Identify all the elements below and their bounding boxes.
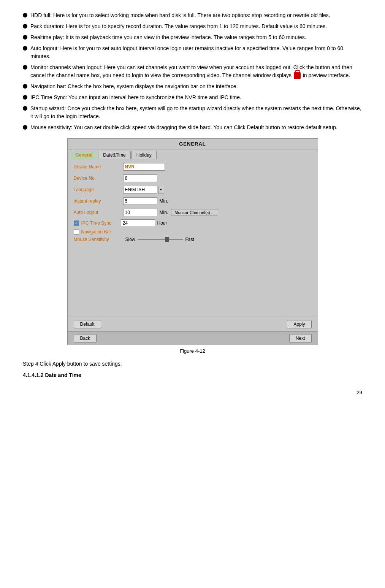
list-item: Mouse sensitivity: You can set double cl… xyxy=(23,124,362,132)
bullet-dot xyxy=(23,46,27,51)
list-item: Monitor channels when logout: Here you c… xyxy=(23,63,362,79)
bullet-list: HDD full: Here is for you to select work… xyxy=(23,11,362,132)
bullet-text: Mouse sensitivity: You can set double cl… xyxy=(30,124,362,132)
device-name-label: Device Name xyxy=(74,164,123,170)
ipc-time-sync-label: IPC Time Sync xyxy=(81,220,119,226)
list-item: Startup wizard: Once you check the box h… xyxy=(23,105,362,120)
page-number: 29 xyxy=(23,390,362,395)
bullet-text: Auto logout: Here is for you to set auto… xyxy=(30,44,362,60)
mouse-fast-label: Fast xyxy=(185,237,194,242)
auto-logout-row: Auto Logout Min. Monitor Channel(s) ... xyxy=(74,208,312,217)
spacer xyxy=(68,248,318,317)
instant-replay-label: Instant replay xyxy=(74,198,123,204)
list-item: Pack duration: Here is for you to specif… xyxy=(23,22,362,30)
panel-body: Device Name Device No. Language ▼ Instan… xyxy=(68,159,318,248)
list-item: Realtime play: It is to set playback tim… xyxy=(23,33,362,41)
device-no-label: Device No. xyxy=(74,176,123,181)
bullet-text: HDD full: Here is for you to select work… xyxy=(30,11,362,19)
bullet-dot xyxy=(23,24,27,29)
bullet-dot xyxy=(23,106,27,111)
list-item: Navigation bar: Check the box here, syst… xyxy=(23,82,362,90)
section-heading: 4.1.4.1.2 Date and Time xyxy=(23,372,362,378)
bullet-text: IPC Time Sync: You can input an interval… xyxy=(30,94,362,101)
ipc-time-sync-input[interactable] xyxy=(121,219,155,227)
device-name-row: Device Name xyxy=(74,162,312,171)
instant-replay-input[interactable] xyxy=(123,197,157,205)
figure-caption: Figure 4-12 xyxy=(67,348,318,354)
ui-panel: GENERAL General Date&Time Holiday Device… xyxy=(67,138,318,345)
bullet-dot xyxy=(23,125,27,130)
language-row: Language ▼ xyxy=(74,185,312,194)
bullet-text: Pack duration: Here is for you to specif… xyxy=(30,22,362,30)
default-button[interactable]: Default xyxy=(74,320,101,328)
step4-text: Step 4 Click Apply button to save settin… xyxy=(23,361,362,367)
bullet-text: Realtime play: It is to set playback tim… xyxy=(30,33,362,41)
device-no-row: Device No. xyxy=(74,174,312,183)
device-no-input[interactable] xyxy=(123,174,157,182)
ipc-time-sync-unit: Hour xyxy=(157,220,167,226)
device-name-input[interactable] xyxy=(123,163,165,171)
auto-logout-input[interactable] xyxy=(123,209,157,216)
ipc-time-sync-checkbox[interactable] xyxy=(74,220,79,226)
next-button[interactable]: Next xyxy=(289,334,312,342)
language-select-wrapper: ▼ xyxy=(123,186,164,193)
navigation-bar-checkbox[interactable] xyxy=(74,229,79,235)
apply-button[interactable]: Apply xyxy=(287,320,311,328)
lock-icon xyxy=(294,72,301,79)
bullet-text: Navigation bar: Check the box here, syst… xyxy=(30,82,362,90)
auto-logout-label: Auto Logout xyxy=(74,210,123,215)
tab-bar: General Date&Time Holiday xyxy=(68,149,318,159)
bullet-dot xyxy=(23,95,27,100)
mouse-sensitivity-track[interactable] xyxy=(138,239,183,240)
figure-container: GENERAL General Date&Time Holiday Device… xyxy=(67,138,318,354)
bullet-dot xyxy=(23,84,27,89)
bullet-dot xyxy=(23,35,27,40)
bullet-text: Startup wizard: Once you check the box h… xyxy=(30,105,362,120)
bullet-text-lock: Monitor channels when logout: Here you c… xyxy=(30,63,362,79)
panel-title: GENERAL xyxy=(68,139,318,149)
bullet-dot xyxy=(23,65,27,70)
mouse-sensitivity-label: Mouse Sensitivity xyxy=(74,237,123,242)
tab-holiday[interactable]: Holiday xyxy=(132,151,157,159)
nav-bar: Back Next xyxy=(68,331,318,345)
instant-replay-row: Instant replay Min. xyxy=(74,197,312,206)
bullet-dot xyxy=(23,13,27,17)
language-input[interactable] xyxy=(123,186,157,193)
instant-replay-unit: Min. xyxy=(160,198,168,204)
list-item: HDD full: Here is for you to select work… xyxy=(23,11,362,19)
mouse-slow-label: Slow xyxy=(125,237,135,242)
tab-general[interactable]: General xyxy=(71,151,98,159)
navigation-bar-label: Navigation Bar xyxy=(81,229,111,235)
monitor-channels-button[interactable]: Monitor Channel(s) ... xyxy=(171,209,218,216)
ipc-time-sync-row: IPC Time Sync Hour xyxy=(74,219,312,227)
mouse-sensitivity-handle[interactable] xyxy=(165,237,169,242)
bottom-bar: Default Apply xyxy=(68,317,318,331)
tab-datetime[interactable]: Date&Time xyxy=(98,151,131,159)
navigation-bar-row: Navigation Bar xyxy=(74,229,312,235)
mouse-sensitivity-row: Mouse Sensitivity Slow Fast xyxy=(74,237,312,242)
language-dropdown-arrow[interactable]: ▼ xyxy=(158,186,164,193)
list-item: IPC Time Sync: You can input an interval… xyxy=(23,94,362,101)
back-button[interactable]: Back xyxy=(74,334,97,342)
list-item: Auto logout: Here is for you to set auto… xyxy=(23,44,362,60)
auto-logout-unit: Min. xyxy=(160,210,168,215)
language-label: Language xyxy=(74,187,123,192)
